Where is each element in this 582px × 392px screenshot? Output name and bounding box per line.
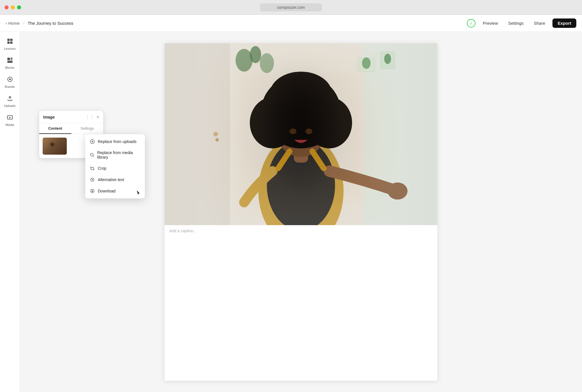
- menu-item-crop[interactable]: Crop: [85, 163, 145, 174]
- sidebar-item-blocks[interactable]: Blocks: [2, 54, 18, 72]
- brands-label: Brands: [5, 85, 15, 88]
- uploads-label: Uploads: [4, 104, 15, 107]
- check-icon: ✓: [469, 21, 473, 26]
- blocks-icon: [7, 57, 13, 65]
- svg-rect-3: [10, 42, 13, 44]
- svg-point-29: [388, 182, 408, 200]
- address-text: composzer.com: [277, 5, 305, 10]
- svg-point-26: [270, 72, 332, 117]
- canvas: Add a caption...: [165, 43, 437, 381]
- svg-point-16: [260, 53, 274, 73]
- media-icon: [7, 114, 13, 122]
- minimize-button[interactable]: [11, 5, 15, 9]
- settings-button[interactable]: Settings: [505, 19, 526, 27]
- image-block[interactable]: [165, 43, 437, 225]
- svg-point-9: [9, 78, 11, 80]
- navbar: ‹ Home / The Journey to Success ✓ Previe…: [0, 15, 582, 32]
- maximize-button[interactable]: [17, 5, 21, 9]
- svg-point-27: [290, 128, 296, 134]
- thumb-image: [43, 138, 67, 155]
- menu-item-replace-uploads[interactable]: Replace from uploads: [85, 136, 145, 147]
- chevron-left-icon: ‹: [6, 21, 7, 26]
- svg-rect-4: [7, 58, 10, 60]
- tab-settings[interactable]: Settings: [71, 123, 103, 134]
- svg-rect-2: [7, 42, 10, 44]
- svg-point-18: [215, 138, 219, 142]
- search-icon: [90, 152, 94, 157]
- sidebar: Lessons Blocks Brands Uploads Media: [0, 32, 20, 392]
- uploads-icon: [7, 95, 13, 103]
- close-button[interactable]: [5, 5, 9, 9]
- context-menu: Replace from uploads Replace from media …: [85, 134, 145, 198]
- nav-separator: /: [23, 21, 24, 26]
- download-icon: [90, 188, 95, 194]
- svg-rect-12: [165, 43, 230, 225]
- svg-point-17: [213, 132, 218, 136]
- status-check: ✓: [467, 19, 475, 28]
- drag-icon[interactable]: ⋮⋮: [85, 114, 94, 120]
- blocks-label: Blocks: [5, 66, 14, 69]
- sidebar-item-brands[interactable]: Brands: [2, 73, 18, 91]
- content-area: Add a caption... Image ⋮⋮ × Content Sett…: [20, 32, 582, 392]
- alt-text-label: Alternative text: [98, 177, 124, 182]
- download-label: Download: [98, 189, 115, 193]
- close-panel-icon[interactable]: ×: [97, 115, 99, 120]
- panel-thumbnail[interactable]: [43, 138, 67, 155]
- export-button[interactable]: Export: [552, 18, 576, 28]
- panel-header-icons: ⋮⋮ ×: [85, 114, 99, 120]
- nav-right: ✓ Preview Settings Share Export: [467, 18, 576, 28]
- menu-item-replace-library[interactable]: Replace from media library: [85, 147, 145, 163]
- sidebar-item-uploads[interactable]: Uploads: [2, 92, 18, 110]
- svg-point-33: [384, 54, 391, 64]
- traffic-lights: [5, 5, 21, 9]
- nav-home-button[interactable]: ‹ Home: [6, 21, 20, 26]
- panel-title: Image: [43, 115, 55, 119]
- tab-content[interactable]: Content: [39, 123, 71, 134]
- svg-rect-7: [7, 61, 13, 63]
- media-label: Media: [6, 123, 14, 126]
- panel-tabs: Content Settings: [39, 123, 103, 134]
- panel-header: Image ⋮⋮ ×: [39, 111, 103, 123]
- svg-point-32: [362, 57, 371, 69]
- crop-icon: [90, 166, 95, 171]
- svg-rect-6: [11, 59, 13, 60]
- crop-label: Crop: [98, 166, 106, 171]
- svg-point-28: [305, 128, 312, 134]
- share-button[interactable]: Share: [531, 19, 548, 27]
- lessons-label: Lessons: [4, 47, 16, 50]
- svg-point-37: [92, 179, 93, 180]
- svg-rect-1: [10, 39, 13, 41]
- home-label: Home: [8, 21, 20, 26]
- menu-item-download[interactable]: Download: [85, 185, 145, 197]
- nav-left: ‹ Home / The Journey to Success: [6, 21, 467, 26]
- window-chrome: composzer.com: [0, 0, 582, 15]
- address-bar[interactable]: composzer.com: [260, 3, 322, 11]
- svg-point-15: [250, 46, 261, 63]
- brands-icon: [7, 76, 13, 84]
- replace-uploads-label: Replace from uploads: [98, 139, 136, 144]
- sidebar-item-lessons[interactable]: Lessons: [2, 35, 18, 53]
- caption-area[interactable]: Add a caption...: [165, 225, 437, 237]
- sidebar-item-media[interactable]: Media: [2, 111, 18, 129]
- replace-library-label: Replace from media library: [97, 150, 140, 159]
- page-title: The Journey to Success: [28, 21, 73, 26]
- lessons-icon: [7, 38, 13, 46]
- menu-item-alt-text[interactable]: Alternative text: [85, 174, 145, 185]
- caption-placeholder: Add a caption...: [169, 229, 197, 233]
- upload-icon: [90, 139, 95, 144]
- photo-svg: [165, 43, 437, 225]
- preview-button[interactable]: Preview: [480, 19, 501, 27]
- alt-text-icon: [90, 177, 95, 182]
- main-layout: Lessons Blocks Brands Uploads Media: [0, 32, 582, 392]
- svg-rect-5: [11, 58, 13, 59]
- svg-rect-0: [7, 39, 10, 41]
